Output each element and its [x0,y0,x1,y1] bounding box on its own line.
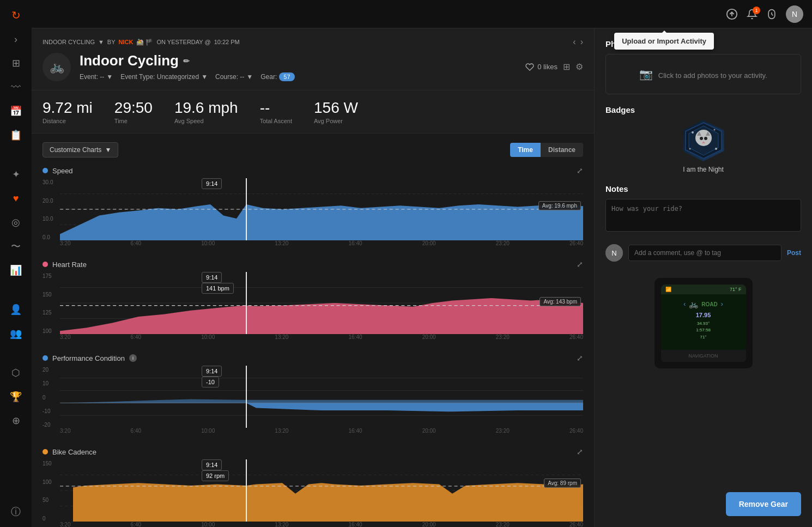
perf-chart-title: Performance Condition [52,354,125,362]
activity-type: INDOOR CYCLING [43,39,95,45]
upload-icon[interactable] [726,8,738,20]
chart-controls: Customize Charts ▼ Time Distance [43,142,583,158]
hr-chart-body[interactable]: 175150125100 [43,272,583,343]
left-navigation: ↻ › ⊞ 〰 📅 📋 ✦ ♥ ◎ 〜 📊 👤 👥 ⬡ 🏆 ⊕ ⓘ [0,0,32,527]
event-type-meta: Event Type: Uncategorized ▼ [120,72,208,81]
activity-title-row: 🚲 Indoor Cycling ✏ Event: -- ▼ [43,52,583,81]
training-icon[interactable]: 〰 [6,77,26,97]
settings-button[interactable]: ⚙ [575,62,583,72]
content-wrapper: INDOOR CYCLING ▼ BY NICK 🚵 🏴 ON YESTERDA… [32,28,812,527]
hr-chart-title-row: Heart Rate ⤢ [43,260,583,269]
shield-icon[interactable]: ⬡ [6,363,26,383]
speed-chart-dot [43,168,48,173]
hr-avg-label: Avg: 143 bpm [540,297,581,306]
badge-item: I am the Night [605,120,801,173]
comment-post-button[interactable]: Post [787,249,801,257]
breadcrumb: INDOOR CYCLING ▼ BY NICK 🚵 🏴 ON YESTERDA… [43,37,583,47]
camera-icon: 📷 [639,68,653,80]
speed-value: 19.6 mph [174,99,238,117]
speed-xaxis: 3:206:4010:0013:2016:4020:0023:2026:40 [60,240,583,249]
next-activity-button[interactable]: › [580,37,583,47]
cadence-chart-expand-icon[interactable]: ⤢ [577,447,583,456]
upload-tooltip: Upload or Import Activity [614,33,714,50]
goals-icon[interactable]: ◎ [6,213,26,232]
cadence-chart-dot [43,449,48,455]
perf-chart-expand-icon[interactable]: ⤢ [577,354,583,362]
trophy-icon[interactable]: 🏆 [6,387,26,407]
share-button[interactable]: ⊞ [563,62,570,72]
speed-chart-title: Speed [52,167,73,175]
course-dropdown[interactable]: ▼ [246,73,253,81]
notes-input[interactable] [605,199,801,232]
speed-yaxis: 30.020.010.00.0 [43,178,60,240]
svg-point-37 [715,148,717,150]
cadence-chart-body[interactable]: 150100500 9 [43,459,583,527]
speed-chart-body[interactable]: 30.020.010.00.0 [43,178,583,249]
expand-nav-icon[interactable]: › [6,29,26,49]
maps-icon[interactable]: 〜 [6,237,26,256]
explore-icon[interactable]: ✦ [6,165,26,184]
hr-chart-dot [43,262,48,267]
perf-yaxis: 20100-10-20 [43,366,60,428]
activity-meta: Event: -- ▼ Event Type: Uncategorized ▼ … [80,72,295,81]
svg-point-32 [704,137,707,140]
perf-chart-title-row: Performance Condition i ⤢ [43,354,583,362]
speed-label: Avg Speed [174,118,238,124]
commenter-avatar: N [605,244,623,262]
calendar-icon[interactable]: 📅 [6,101,26,121]
analytics-icon[interactable]: 📊 [6,261,26,280]
cadence-avg-label: Avg: 89 rpm [544,478,581,488]
distance-toggle-button[interactable]: Distance [541,143,583,157]
logo-icon[interactable]: ↻ [6,5,26,25]
comment-input[interactable] [628,245,781,261]
svg-point-36 [689,148,690,150]
badges-section: Badges [605,105,801,173]
perf-chart-dot [43,355,48,361]
time-toggle-button[interactable]: Time [510,143,541,157]
breadcrumb-dropdown-icon[interactable]: ▼ [98,39,104,45]
perf-chart-svg-area: 9:14 -10 [60,366,583,428]
notes-title: Notes [605,184,801,193]
performance-info-icon[interactable]: i [129,354,137,362]
badge-hexagon [683,120,724,161]
event-type-dropdown[interactable]: ▼ [201,73,208,81]
power-label: Avg Power [314,118,358,124]
activity-title-info: Indoor Cycling ✏ Event: -- ▼ Event Type:… [80,52,295,81]
stat-distance: 9.72 mi Distance [43,99,93,124]
groups-icon[interactable]: 👥 [6,324,26,343]
add-photos-button[interactable]: 📷 Click to add photos to your activity. [605,54,801,94]
customize-charts-button[interactable]: Customize Charts ▼ [43,142,118,158]
remove-gear-button[interactable]: Remove Gear [726,492,801,516]
speed-chart-svg-area: 9:14 Avg: 19.6 mph [60,178,583,240]
svg-text:N: N [792,10,797,19]
svg-point-31 [700,137,703,140]
perf-chart-body[interactable]: 20100-10-20 [43,366,583,437]
routes-icon[interactable]: ⊕ [6,411,26,431]
clubs-icon[interactable]: ♥ [6,189,26,208]
edit-title-icon[interactable]: ✏ [183,57,190,65]
speed-chart-expand-icon[interactable]: ⤢ [577,166,583,175]
svg-text:N: N [611,249,616,257]
stat-time: 29:50 Time [114,99,153,124]
speed-chart-title-row: Speed ⤢ [43,166,583,175]
user-avatar[interactable]: N [786,5,803,23]
add-photos-text: Click to add photos to your activity. [658,71,767,80]
hr-chart-expand-icon[interactable]: ⤢ [577,260,583,269]
notifications-icon[interactable]: 1 [747,9,758,20]
speed-chart: Speed ⤢ 30.020.010.00.0 [43,166,583,249]
chart-area: Customize Charts ▼ Time Distance Speed ⤢ [32,134,594,527]
info-icon[interactable]: ⓘ [6,502,26,522]
notification-badge: 1 [753,7,760,14]
athletes-icon[interactable]: 👤 [6,300,26,319]
dashboard-icon[interactable]: ⊞ [6,53,26,73]
watch-icon[interactable] [766,9,777,20]
svg-point-28 [695,130,712,146]
course-meta: Course: -- ▼ [215,72,253,81]
segments-icon[interactable]: 📋 [6,125,26,145]
prev-activity-button[interactable]: ‹ [573,37,575,47]
gear-badge[interactable]: 57 [279,72,294,81]
notes-section: Notes [605,184,801,233]
like-button[interactable]: 0 likes [525,63,558,71]
event-dropdown[interactable]: ▼ [106,73,113,81]
athlete-name[interactable]: NICK [119,39,134,45]
